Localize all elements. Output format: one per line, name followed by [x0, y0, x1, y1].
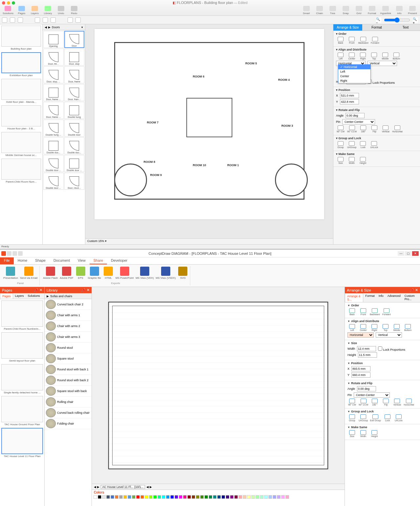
color-swatch[interactable] [285, 495, 289, 499]
ribbon-adobe-pdf[interactable]: Adobe PDF [60, 267, 73, 279]
color-swatch[interactable] [226, 495, 229, 499]
rotate-btn[interactable]: Horizontal [392, 125, 403, 133]
library-item[interactable]: Door, revol... [64, 173, 85, 190]
library-item[interactable]: Curved back chair 2 [45, 299, 92, 310]
color-swatch[interactable] [268, 495, 272, 499]
page-thumbnail[interactable] [1, 159, 41, 180]
library-item[interactable]: Door, frame [64, 66, 85, 83]
order-backward[interactable]: Backward [370, 308, 380, 316]
color-swatch[interactable] [166, 495, 170, 499]
color-swatch[interactable] [140, 495, 144, 499]
library-item[interactable]: Round stool [45, 342, 92, 353]
color-swatch[interactable] [128, 495, 131, 499]
rotate-btn[interactable]: 90° CCW [359, 399, 368, 406]
dd-item-right[interactable]: Right [338, 78, 370, 83]
library-item[interactable]: Curved back rolling chair [45, 407, 92, 418]
toolbar-present[interactable]: Present [408, 6, 417, 15]
library-header[interactable]: ◀ ▶ Doors ▾ [43, 24, 85, 30]
library-item[interactable]: Door, stop [64, 49, 85, 66]
library-item[interactable]: Square stool [45, 353, 92, 364]
same-size[interactable]: Size [347, 430, 357, 437]
rotate-btn[interactable]: 90° CW [347, 399, 357, 406]
ribbon-tab-developer[interactable]: Developer [107, 257, 131, 264]
color-swatch[interactable] [264, 495, 268, 499]
angle-input[interactable] [357, 386, 376, 391]
save-icon[interactable] [7, 251, 11, 256]
canvas[interactable]: ROOM 5 ROOM 6 ROOM 4 ROOM 7 ROOM 3 ROOM … [85, 24, 333, 244]
align-right-icon[interactable] [51, 17, 56, 23]
toolbar-undo[interactable]: Undo [56, 6, 66, 15]
pin-icon[interactable]: 📌 ✕ [81, 288, 90, 292]
shape-tool-icon[interactable] [75, 17, 81, 23]
color-swatch[interactable] [234, 495, 238, 499]
align-center[interactable]: Center [359, 324, 368, 331]
ribbon-send-via-email[interactable]: Send via Email [20, 267, 37, 279]
zoom-readout[interactable]: Custom 15% ▾ [85, 238, 333, 244]
align-top[interactable]: Top [369, 53, 379, 60]
color-swatch[interactable] [179, 495, 182, 499]
inspector-tab[interactable]: Format [363, 293, 377, 302]
library-item[interactable]: Square stool with back [45, 386, 92, 397]
x-input[interactable] [340, 93, 359, 98]
color-swatch[interactable] [170, 495, 174, 499]
library-item[interactable]: Door, frame ... [43, 84, 64, 101]
ribbon-tab-document[interactable]: Document [50, 257, 74, 264]
maximize-icon[interactable] [12, 1, 15, 5]
dd-item-horizontal[interactable]: ✓ Horizontal [338, 65, 370, 69]
tab-format[interactable]: Format [362, 24, 391, 31]
ribbon-svg[interactable]: SVG [178, 267, 188, 279]
y-input[interactable] [351, 372, 370, 378]
ribbon-html[interactable]: HTML [103, 267, 114, 279]
angle-input[interactable] [346, 113, 365, 118]
toolbar-tree[interactable]: Tree [328, 6, 338, 15]
rotate-btn[interactable]: Vertical [392, 399, 402, 406]
color-swatch[interactable] [243, 495, 246, 499]
align-vertical-select[interactable]: Vertical [368, 61, 397, 66]
ribbon-ms-powerpoint[interactable]: MS PowerPoint [116, 267, 134, 279]
library-item[interactable]: Rolling chair [45, 397, 92, 407]
color-swatch[interactable] [119, 495, 123, 499]
pin-select[interactable]: Center-Center [342, 119, 375, 124]
group-group[interactable]: Group [336, 141, 345, 148]
rotate-btn[interactable]: Vertical [381, 125, 390, 133]
color-swatch[interactable] [239, 495, 242, 499]
inspector-tab[interactable]: Advanced [386, 293, 403, 302]
align-middle[interactable]: Middle [392, 324, 401, 331]
color-swatch[interactable] [273, 495, 276, 499]
page-thumbnail[interactable] [1, 132, 41, 153]
dd-item-center[interactable]: Center [338, 74, 370, 78]
rotate-btn[interactable]: Flip [381, 399, 390, 406]
page-thumbnail[interactable] [1, 396, 43, 422]
forward-icon[interactable]: ▶ [48, 26, 51, 29]
group-unlock[interactable]: UnLock [369, 141, 379, 148]
ribbon-graphic-file[interactable]: Graphic file [88, 267, 101, 279]
library-item[interactable]: Door, stop, ... [43, 66, 64, 83]
pin-select[interactable]: Center-Center [354, 392, 390, 398]
toolbar-snap[interactable]: Snap [341, 6, 351, 15]
library-item[interactable]: Door, fram... [64, 84, 85, 101]
same-width[interactable]: Width [359, 430, 368, 437]
rotate-btn[interactable]: 180° [359, 125, 368, 133]
x-input[interactable] [351, 366, 370, 371]
library-item[interactable]: Double doo... [64, 137, 85, 154]
color-swatch[interactable] [196, 495, 200, 499]
library-item[interactable]: Double door ... [64, 155, 85, 172]
ribbon-tab-home[interactable]: Home [14, 257, 31, 264]
minimize-icon[interactable] [7, 1, 10, 5]
toolbar-library[interactable]: Library [43, 6, 53, 15]
color-swatch[interactable] [175, 495, 178, 499]
rotate-btn[interactable]: 90° CCW [347, 125, 357, 133]
zoom-out-icon[interactable]: 🔍− [376, 17, 381, 23]
color-swatch[interactable] [209, 495, 212, 499]
zoom-slider[interactable] [384, 17, 410, 23]
color-swatch[interactable] [281, 495, 285, 499]
color-swatch[interactable] [102, 495, 106, 499]
color-swatch[interactable] [260, 495, 263, 499]
order-front[interactable]: Front [347, 37, 356, 44]
library-item[interactable]: Round stool with back 2 [45, 375, 92, 386]
page-thumbnail[interactable] [1, 300, 43, 327]
undo-icon[interactable] [12, 251, 17, 256]
rotate-btn[interactable]: 180 ° [370, 399, 379, 406]
page-thumbnail[interactable] [1, 332, 43, 359]
toolbar-format[interactable]: Format [367, 6, 377, 15]
